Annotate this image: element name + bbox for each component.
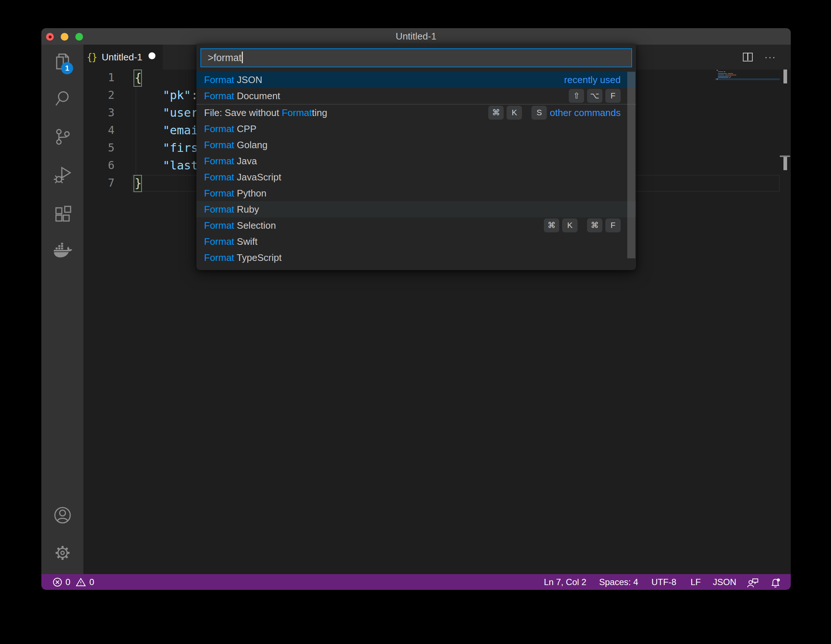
indentation[interactable]: Spaces: 4 bbox=[599, 574, 638, 590]
line-number: 6 bbox=[83, 156, 115, 174]
account-icon[interactable] bbox=[41, 497, 83, 533]
scrollbar-thumb[interactable] bbox=[783, 70, 787, 83]
warnings-icon[interactable] bbox=[75, 577, 86, 587]
line-number: 3 bbox=[83, 104, 115, 121]
overview-ruler-cursor-stem bbox=[783, 157, 787, 170]
key-option: ⌥ bbox=[587, 89, 602, 103]
vscode-window: Untitled-1 1 bbox=[41, 28, 791, 590]
notifications-bell-icon[interactable] bbox=[770, 577, 781, 590]
feedback-icon[interactable] bbox=[747, 577, 759, 590]
command-item-format-cpp[interactable]: Format CPP bbox=[196, 121, 636, 137]
explorer-badge: 1 bbox=[61, 62, 73, 74]
status-bar: 0 0 Ln 7, Col 2 Spaces: 4 UTF-8 LF JSON bbox=[41, 574, 791, 590]
docker-icon[interactable] bbox=[41, 234, 83, 269]
settings-gear-icon[interactable] bbox=[41, 535, 83, 571]
command-item-format-swift[interactable]: Format Swift bbox=[196, 233, 636, 250]
source-control-icon[interactable] bbox=[41, 119, 83, 155]
line-number: 5 bbox=[83, 139, 115, 156]
more-actions-icon[interactable]: ··· bbox=[764, 53, 775, 62]
key-k: K bbox=[506, 106, 522, 120]
key-s: S bbox=[532, 106, 547, 120]
json-file-icon: {} bbox=[87, 45, 97, 70]
key-f: F bbox=[605, 89, 621, 103]
code-line-1: { bbox=[135, 69, 142, 86]
split-editor-icon[interactable] bbox=[743, 53, 753, 62]
key-cmd: ⌘ bbox=[587, 218, 602, 232]
minimap[interactable] bbox=[715, 70, 780, 84]
line-number: 7 bbox=[83, 174, 115, 192]
recently-used-link[interactable]: recently used bbox=[564, 74, 621, 86]
eol-sequence[interactable]: LF bbox=[691, 574, 701, 590]
explorer-icon[interactable]: 1 bbox=[41, 44, 83, 79]
command-item-format-typescript[interactable]: Format TypeScript bbox=[196, 250, 636, 266]
code-line-7: } bbox=[135, 174, 142, 192]
tab-untitled-1[interactable]: {} Untitled-1 bbox=[83, 45, 163, 70]
minimap-current-line bbox=[715, 78, 780, 80]
command-item-format-golang[interactable]: Format Golang bbox=[196, 137, 636, 153]
window-title: Untitled-1 bbox=[41, 28, 791, 45]
errors-count[interactable]: 0 bbox=[65, 577, 70, 587]
desktop-background: Untitled-1 1 bbox=[0, 0, 831, 644]
key-f: F bbox=[605, 218, 621, 232]
line-number: 2 bbox=[83, 86, 115, 104]
extensions-icon[interactable] bbox=[41, 196, 83, 231]
encoding[interactable]: UTF-8 bbox=[651, 574, 676, 590]
key-cmd: ⌘ bbox=[544, 218, 559, 232]
command-item-format-java[interactable]: Format Java bbox=[196, 153, 636, 169]
command-input[interactable]: >format bbox=[201, 48, 632, 67]
command-item-format-selection[interactable]: Format Selection ⌘ K ⌘ F bbox=[196, 217, 636, 233]
close-button[interactable] bbox=[46, 33, 54, 41]
text-cursor bbox=[242, 52, 243, 63]
command-list: Format JSON recently used Format Documen… bbox=[196, 72, 636, 266]
key-shift: ⇧ bbox=[569, 89, 584, 103]
key-cmd: ⌘ bbox=[488, 106, 504, 120]
line-number: 4 bbox=[83, 121, 115, 139]
warnings-count[interactable]: 0 bbox=[89, 577, 94, 587]
palette-scrollbar-thumb[interactable] bbox=[627, 72, 635, 258]
command-item-format-json[interactable]: Format JSON recently used bbox=[196, 72, 636, 88]
command-item-format-ruby[interactable]: Format Ruby bbox=[196, 201, 636, 217]
command-item-save-without-formatting[interactable]: File: Save without Formatting ⌘ K S othe… bbox=[196, 105, 636, 121]
cursor-position[interactable]: Ln 7, Col 2 bbox=[544, 574, 586, 590]
command-item-format-javascript[interactable]: Format JavaScript bbox=[196, 169, 636, 185]
run-debug-icon[interactable] bbox=[41, 157, 83, 193]
search-icon[interactable] bbox=[41, 81, 83, 116]
command-palette: >format Format JSON recently used Format… bbox=[196, 44, 636, 270]
tab-modified-dot bbox=[148, 52, 156, 59]
zoom-button[interactable] bbox=[75, 33, 83, 41]
activity-bar: 1 bbox=[41, 45, 83, 574]
errors-icon[interactable] bbox=[52, 577, 62, 587]
key-k: K bbox=[562, 218, 578, 232]
minimize-button[interactable] bbox=[61, 33, 68, 41]
titlebar[interactable]: Untitled-1 bbox=[41, 28, 791, 45]
command-item-format-document[interactable]: Format Document ⇧ ⌥ F bbox=[196, 88, 636, 104]
command-query: >format bbox=[208, 49, 243, 67]
command-item-format-python[interactable]: Format Python bbox=[196, 185, 636, 201]
other-commands-link[interactable]: other commands bbox=[550, 107, 621, 118]
language-mode[interactable]: JSON bbox=[713, 574, 736, 590]
line-number: 1 bbox=[83, 69, 115, 86]
tab-label: Untitled-1 bbox=[102, 45, 142, 70]
